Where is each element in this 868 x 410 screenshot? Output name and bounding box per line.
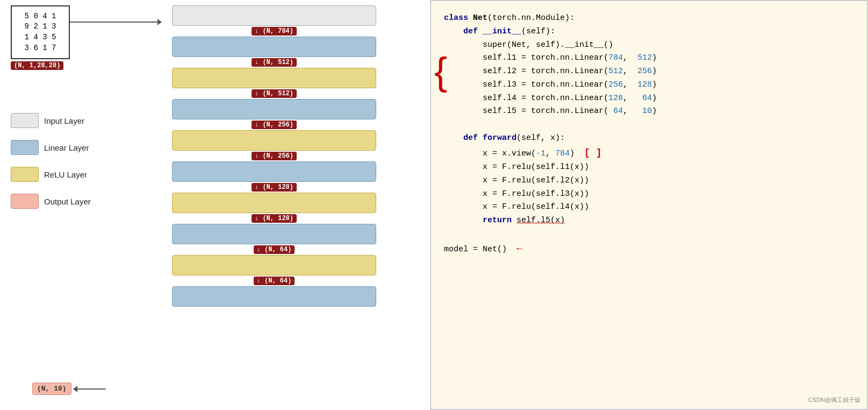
code-block: class Net(torch.nn.Module): def __init__… [444, 12, 854, 257]
arrow-image-to-diagram [70, 22, 161, 23]
open-brace-annotation: { [434, 52, 447, 90]
badge-row-64-1: ↓ (N, 64) [161, 245, 387, 254]
badge-row-256-2: ↓ (N, 256) [161, 152, 387, 160]
legend-box-output [11, 194, 39, 209]
code-line-3: super(Net, self).__init__() [444, 39, 854, 52]
code-line-13: x = F.relu(self.l2(x)) [444, 174, 854, 188]
input-badge: (N, 1,28,28) [11, 60, 63, 70]
image-line-3: 1 4 3 5 [25, 32, 56, 43]
output-badge-area: (N, 10) [32, 383, 106, 395]
legend: Input Layer Linear Layer ReLU Layer Outp… [11, 113, 91, 221]
arrow-left [74, 388, 106, 390]
badge-row-128-1: ↓ (N, 128) [161, 183, 387, 192]
badge-784: ↓ (N, 784) [252, 27, 297, 36]
legend-label-output: Output Layer [44, 197, 91, 206]
code-line-4: self.l1 = torch.nn.Linear(784, 512) [444, 52, 854, 65]
legend-linear: Linear Layer [11, 140, 91, 155]
badge-row-64-2: ↓ (N, 64) [161, 277, 387, 285]
input-image: 5 0 4 1 9 2 1 3 1 4 3 5 3 6 1 7 [11, 5, 70, 59]
code-line-2: def __init__(self): [444, 25, 854, 39]
right-panel: class Net(torch.nn.Module): def __init__… [430, 0, 868, 410]
badge-256-1: ↓ (N, 256) [252, 121, 297, 129]
image-line-1: 5 0 4 1 [25, 11, 56, 22]
diagram-area: ↓ (N, 784) ↓ (N, 512) ↓ (N, 512) ↓ (N, 2… [161, 5, 387, 307]
layer-linear-4 [172, 224, 376, 244]
legend-output: Output Layer [11, 194, 91, 209]
code-line-14: x = F.relu(self.l3(x)) [444, 188, 854, 201]
code-line-9 [444, 118, 854, 132]
badge-row-512-2: ↓ (N, 512) [161, 89, 387, 98]
legend-box-linear [11, 140, 39, 155]
code-line-16: return self.l5(x) [444, 214, 854, 228]
code-line-8: self.l5 = torch.nn.Linear( 64, 10) [444, 105, 854, 118]
code-line-5: self.l2 = torch.nn.Linear(512, 256) [444, 65, 854, 79]
code-line-6: self.l3 = torch.nn.Linear(256, 128) [444, 79, 854, 92]
code-line-10: def forward(self, x): [444, 132, 854, 145]
code-line-18: model = Net() ← [444, 241, 854, 257]
layer-output-linear [172, 286, 376, 307]
layer-relu-2 [172, 130, 376, 151]
code-line-12: x = F.relu(self.l1(x)) [444, 161, 854, 174]
badge-512-2: ↓ (N, 512) [252, 89, 297, 98]
code-line-7: self.l4 = torch.nn.Linear(128, 64) [444, 92, 854, 105]
legend-label-linear: Linear Layer [44, 143, 89, 152]
badge-128-1: ↓ (N, 128) [252, 183, 297, 192]
layer-input [172, 5, 376, 26]
legend-box-input [11, 113, 39, 128]
legend-input: Input Layer [11, 113, 91, 128]
badge-256-2: ↓ (N, 256) [252, 152, 297, 160]
legend-label-relu: ReLU Layer [44, 170, 87, 179]
badge-row-256-1: ↓ (N, 256) [161, 121, 387, 129]
linear-defs-block: { self.l1 = torch.nn.Linear(784, 512) se… [444, 52, 854, 118]
badge-512-1: ↓ (N, 512) [252, 58, 297, 67]
badge-row-512-1: ↓ (N, 512) [161, 58, 387, 67]
legend-box-relu [11, 167, 39, 182]
badge-64-1: ↓ (N, 64) [254, 245, 295, 254]
legend-relu: ReLU Layer [11, 167, 91, 182]
badge-row-128-2: ↓ (N, 128) [161, 214, 387, 223]
watermark: CSDN@俩工就干饭 [808, 395, 860, 405]
layer-linear-1 [172, 37, 376, 57]
layer-relu-1 [172, 68, 376, 88]
code-line-17 [444, 228, 854, 241]
image-line-2: 9 2 1 3 [25, 22, 56, 32]
badge-64-2: ↓ (N, 64) [254, 277, 295, 285]
left-panel: 5 0 4 1 9 2 1 3 1 4 3 5 3 6 1 7 (N, 1,28… [0, 0, 430, 410]
layer-linear-2 [172, 99, 376, 119]
badge-128-2: ↓ (N, 128) [252, 214, 297, 223]
code-line-15: x = F.relu(self.l4(x)) [444, 201, 854, 214]
badge-n10: (N, 10) [32, 383, 71, 395]
code-line-1: class Net(torch.nn.Module): [444, 12, 854, 25]
image-line-4: 3 6 1 7 [25, 43, 56, 54]
layer-relu-3 [172, 193, 376, 213]
code-line-11: x = x.view(-1, 784) [ ] [444, 145, 854, 161]
layer-relu-4 [172, 255, 376, 275]
legend-label-input: Input Layer [44, 116, 84, 125]
badge-n1-28-28: (N, 1,28,28) [11, 61, 63, 70]
layer-linear-3 [172, 161, 376, 182]
badge-row-784: ↓ (N, 784) [161, 27, 387, 36]
